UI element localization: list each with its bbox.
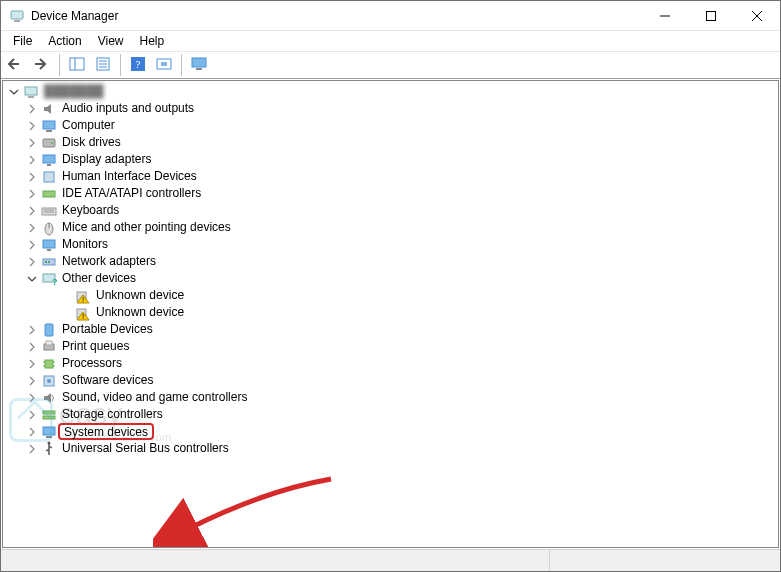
expander-closed-icon[interactable]: [25, 425, 39, 439]
tree-row[interactable]: Mice and other pointing devices: [7, 219, 776, 236]
display-icon: [41, 152, 57, 168]
audio-icon: [41, 101, 57, 117]
expander-closed-icon[interactable]: [25, 170, 39, 184]
tree-row[interactable]: ? Other devices: [7, 270, 776, 287]
expander-closed-icon[interactable]: [25, 323, 39, 337]
tree-row[interactable]: Display adapters: [7, 151, 776, 168]
svg-rect-15: [161, 62, 167, 66]
toolbar-separator: [120, 54, 121, 76]
svg-rect-54: [43, 411, 55, 414]
tree-row[interactable]: Sound, video and game controllers: [7, 389, 776, 406]
help-icon: ?: [130, 56, 146, 75]
tree-row[interactable]: Keyboards: [7, 202, 776, 219]
help-button[interactable]: ?: [126, 53, 150, 77]
cpu-icon: [41, 356, 57, 372]
tree-row-label: Audio inputs and outputs: [60, 100, 196, 117]
tree-row[interactable]: Human Interface Devices: [7, 168, 776, 185]
svg-rect-18: [25, 87, 37, 95]
window-title: Device Manager: [31, 9, 118, 23]
menu-view[interactable]: View: [90, 33, 132, 49]
tree-row[interactable]: ! Unknown device: [7, 287, 776, 304]
expander-closed-icon[interactable]: [25, 238, 39, 252]
tree-row[interactable]: Disk drives: [7, 134, 776, 151]
tree-row-label: Unknown device: [94, 287, 186, 304]
svg-rect-57: [46, 436, 52, 438]
menu-action[interactable]: Action: [40, 33, 89, 49]
computer-root-icon: [23, 84, 39, 100]
view-devices-button[interactable]: [187, 53, 211, 77]
tree-row[interactable]: ! Unknown device: [7, 304, 776, 321]
software-icon: [41, 373, 57, 389]
svg-rect-6: [70, 58, 84, 70]
svg-rect-3: [707, 11, 716, 20]
tree-row[interactable]: Universal Serial Bus controllers: [7, 440, 776, 457]
annotation-arrow: [153, 471, 353, 548]
expander-closed-icon[interactable]: [25, 442, 39, 456]
expander-closed-icon[interactable]: [25, 102, 39, 116]
tree-row-label: Mice and other pointing devices: [60, 219, 233, 236]
expander-closed-icon[interactable]: [25, 187, 39, 201]
tree-row[interactable]: Network adapters: [7, 253, 776, 270]
expander-open-icon[interactable]: [7, 85, 21, 99]
svg-text:!: !: [82, 312, 84, 321]
tree-row-label: Other devices: [60, 270, 138, 287]
expander-closed-icon[interactable]: [25, 255, 39, 269]
tree-row[interactable]: Computer: [7, 117, 776, 134]
close-button[interactable]: [734, 1, 780, 31]
other-icon: ?: [41, 271, 57, 287]
statusbar: [1, 549, 780, 571]
properties-button[interactable]: [91, 53, 115, 77]
menu-help[interactable]: Help: [132, 33, 173, 49]
menubar: File Action View Help: [1, 31, 780, 51]
expander-closed-icon[interactable]: [25, 408, 39, 422]
app-icon: [9, 8, 25, 24]
svg-rect-44: [45, 324, 53, 336]
tree-row-label: Universal Serial Bus controllers: [60, 440, 231, 457]
menu-file[interactable]: File: [5, 33, 40, 49]
tree-row[interactable]: ███████: [7, 83, 776, 100]
svg-rect-55: [43, 416, 55, 419]
device-tree-panel[interactable]: ███████ Audio inputs and outputs Compute…: [2, 80, 779, 548]
tree-row[interactable]: Processors: [7, 355, 776, 372]
maximize-button[interactable]: [688, 1, 734, 31]
detail-pane-icon: [69, 57, 85, 74]
tree-row[interactable]: Monitors: [7, 236, 776, 253]
svg-text:?: ?: [52, 277, 57, 287]
tree-row[interactable]: System devices: [7, 423, 776, 440]
expander-closed-icon[interactable]: [25, 357, 39, 371]
expander-closed-icon[interactable]: [25, 204, 39, 218]
tree-row[interactable]: Print queues: [7, 338, 776, 355]
show-hidden-devices-button[interactable]: [65, 53, 89, 77]
tree-row-label: Disk drives: [60, 134, 123, 151]
tree-row[interactable]: Audio inputs and outputs: [7, 100, 776, 117]
tree-row[interactable]: IDE ATA/ATAPI controllers: [7, 185, 776, 202]
device-tree[interactable]: ███████ Audio inputs and outputs Compute…: [3, 81, 778, 459]
tree-row[interactable]: Portable Devices: [7, 321, 776, 338]
portable-icon: [41, 322, 57, 338]
tree-row[interactable]: Software devices: [7, 372, 776, 389]
svg-rect-27: [43, 191, 55, 197]
expander-closed-icon[interactable]: [25, 374, 39, 388]
arrow-right-icon: [33, 57, 51, 74]
tree-row-label: Print queues: [60, 338, 131, 355]
forward-button[interactable]: [30, 53, 54, 77]
svg-rect-34: [47, 249, 51, 251]
expander-closed-icon[interactable]: [25, 136, 39, 150]
expander-closed-icon[interactable]: [25, 340, 39, 354]
svg-rect-17: [196, 68, 202, 70]
expander-closed-icon[interactable]: [25, 391, 39, 405]
back-button[interactable]: [4, 53, 28, 77]
minimize-button[interactable]: [642, 1, 688, 31]
expander-closed-icon[interactable]: [25, 221, 39, 235]
tree-row[interactable]: Storage controllers: [7, 406, 776, 423]
monitor-icon: [191, 57, 207, 74]
tree-row-label: Human Interface Devices: [60, 168, 199, 185]
expander-open-icon[interactable]: [25, 272, 39, 286]
scan-hardware-button[interactable]: [152, 53, 176, 77]
warning-device-icon: !: [75, 288, 91, 304]
expander-closed-icon[interactable]: [25, 153, 39, 167]
disk-icon: [41, 135, 57, 151]
expander-closed-icon[interactable]: [25, 119, 39, 133]
usb-icon: [41, 441, 57, 457]
toolbar-separator: [181, 54, 182, 76]
